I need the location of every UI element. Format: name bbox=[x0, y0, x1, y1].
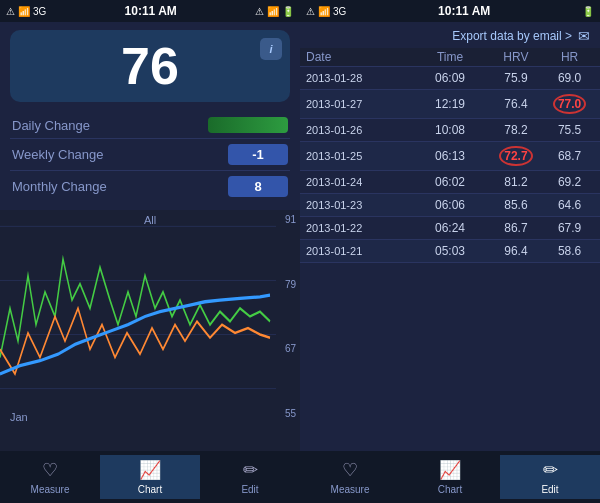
daily-change-label: Daily Change bbox=[12, 118, 90, 133]
left-nav-edit[interactable]: ✏ Edit bbox=[200, 455, 300, 499]
right-nav-edit[interactable]: ✏ Edit bbox=[500, 455, 600, 499]
left-status-right: ⚠ 📶 🔋 bbox=[255, 6, 294, 17]
table-row[interactable]: 2013-01-2806:0975.969.0 bbox=[300, 67, 600, 90]
table-row[interactable]: 2013-01-2306:0685.664.6 bbox=[300, 194, 600, 217]
info-button[interactable]: i bbox=[260, 38, 282, 60]
left-bottom-nav: ♡ Measure 📈 Chart ✏ Edit bbox=[0, 451, 300, 503]
chart-month-label: Jan bbox=[10, 411, 28, 423]
chart-y-labels: 91 79 67 55 bbox=[285, 210, 296, 423]
cell-time: 06:09 bbox=[413, 71, 486, 85]
heart-icon-right: ♡ bbox=[342, 459, 358, 481]
cell-time: 06:06 bbox=[413, 198, 486, 212]
col-header-date: Date bbox=[306, 50, 413, 64]
weekly-change-label: Weekly Change bbox=[12, 147, 104, 162]
cell-hr: 69.0 bbox=[545, 71, 594, 85]
left-nav-measure[interactable]: ♡ Measure bbox=[0, 455, 100, 499]
table-row[interactable]: 2013-01-2506:1372.768.7 bbox=[300, 142, 600, 171]
table-row[interactable]: 2013-01-2206:2486.767.9 bbox=[300, 217, 600, 240]
stats-container: Daily Change Weekly Change -1 Monthly Ch… bbox=[0, 108, 300, 206]
battery-icon-l: 🔋 bbox=[282, 6, 294, 17]
cell-hr: 77.0 bbox=[545, 94, 594, 114]
hrv-score-container: 76 i bbox=[10, 30, 290, 102]
left-status-left: ⚠ 📶 3G bbox=[6, 6, 46, 17]
cell-time: 10:08 bbox=[413, 123, 486, 137]
signal-icon-right-l: 📶 bbox=[267, 6, 279, 17]
table-row[interactable]: 2013-01-2105:0396.458.6 bbox=[300, 240, 600, 263]
email-icon[interactable]: ✉ bbox=[578, 28, 590, 44]
left-nav-chart[interactable]: 📈 Chart bbox=[100, 455, 200, 499]
table-body: 2013-01-2806:0975.969.02013-01-2712:1976… bbox=[300, 67, 600, 263]
right-nav-chart-label: Chart bbox=[438, 484, 462, 495]
left-nav-chart-label: Chart bbox=[138, 484, 162, 495]
cell-hrv: 85.6 bbox=[487, 198, 546, 212]
table-row[interactable]: 2013-01-2406:0281.269.2 bbox=[300, 171, 600, 194]
right-nav-measure-label: Measure bbox=[331, 484, 370, 495]
table-row[interactable]: 2013-01-2610:0878.275.5 bbox=[300, 119, 600, 142]
warning-icon-right-l: ⚠ bbox=[255, 6, 264, 17]
cell-time: 06:13 bbox=[413, 149, 486, 163]
cell-date: 2013-01-27 bbox=[306, 98, 413, 110]
right-nav-measure[interactable]: ♡ Measure bbox=[300, 455, 400, 499]
monthly-change-row: Monthly Change 8 bbox=[10, 171, 290, 202]
left-status-bar: ⚠ 📶 3G 10:11 AM ⚠ 📶 🔋 bbox=[0, 0, 300, 22]
right-panel: ⚠ 📶 3G 10:11 AM 🔋 Export data by email >… bbox=[300, 0, 600, 503]
warning-icon-r: ⚠ bbox=[306, 6, 315, 17]
chart-icon-left: 📈 bbox=[139, 459, 161, 481]
heart-icon-left: ♡ bbox=[42, 459, 58, 481]
y-label-55: 55 bbox=[285, 408, 296, 419]
right-nav-chart[interactable]: 📈 Chart bbox=[400, 455, 500, 499]
cell-hrv: 96.4 bbox=[487, 244, 546, 258]
battery-icon-r: 🔋 bbox=[582, 6, 594, 17]
cell-hr: 64.6 bbox=[545, 198, 594, 212]
export-link[interactable]: Export data by email > bbox=[452, 29, 572, 43]
weekly-change-value: -1 bbox=[228, 144, 288, 165]
cell-time: 06:02 bbox=[413, 175, 486, 189]
cell-date: 2013-01-28 bbox=[306, 72, 413, 84]
right-status-left: ⚠ 📶 3G bbox=[306, 6, 346, 17]
right-time: 10:11 AM bbox=[438, 4, 490, 18]
network-left: 3G bbox=[33, 6, 46, 17]
edit-icon-left: ✏ bbox=[243, 459, 258, 481]
weekly-change-row: Weekly Change -1 bbox=[10, 139, 290, 171]
col-header-time: Time bbox=[413, 50, 486, 64]
cell-hrv: 78.2 bbox=[487, 123, 546, 137]
table-row[interactable]: 2013-01-2712:1976.477.0 bbox=[300, 90, 600, 119]
edit-icon-right: ✏ bbox=[543, 459, 558, 481]
left-nav-measure-label: Measure bbox=[31, 484, 70, 495]
daily-change-value bbox=[208, 117, 288, 133]
y-label-67: 67 bbox=[285, 343, 296, 354]
y-label-79: 79 bbox=[285, 279, 296, 290]
chart-icon-right: 📈 bbox=[439, 459, 461, 481]
y-label-91: 91 bbox=[285, 214, 296, 225]
cell-hrv: 86.7 bbox=[487, 221, 546, 235]
data-table: Date Time HRV HR 2013-01-2806:0975.969.0… bbox=[300, 48, 600, 451]
cell-date: 2013-01-21 bbox=[306, 245, 413, 257]
cell-date: 2013-01-25 bbox=[306, 150, 413, 162]
col-header-hr: HR bbox=[545, 50, 594, 64]
cell-date: 2013-01-24 bbox=[306, 176, 413, 188]
export-header: Export data by email > ✉ bbox=[300, 22, 600, 48]
left-time: 10:11 AM bbox=[125, 4, 177, 18]
right-status-bar: ⚠ 📶 3G 10:11 AM 🔋 bbox=[300, 0, 600, 22]
right-nav-edit-label: Edit bbox=[541, 484, 558, 495]
table-header: Date Time HRV HR bbox=[300, 48, 600, 67]
monthly-change-value: 8 bbox=[228, 176, 288, 197]
hrv-circled: 72.7 bbox=[499, 146, 532, 166]
cell-hrv: 75.9 bbox=[487, 71, 546, 85]
cell-hr: 69.2 bbox=[545, 175, 594, 189]
cell-hrv: 72.7 bbox=[487, 146, 546, 166]
cell-hr: 68.7 bbox=[545, 149, 594, 163]
col-header-hrv: HRV bbox=[487, 50, 546, 64]
cell-time: 05:03 bbox=[413, 244, 486, 258]
cell-hrv: 76.4 bbox=[487, 97, 546, 111]
hr-circled: 77.0 bbox=[553, 94, 586, 114]
chart-area: All 91 79 67 55 Jan bbox=[0, 210, 300, 451]
daily-change-row: Daily Change bbox=[10, 112, 290, 139]
cell-hr: 58.6 bbox=[545, 244, 594, 258]
cell-time: 06:24 bbox=[413, 221, 486, 235]
right-bottom-nav: ♡ Measure 📈 Chart ✏ Edit bbox=[300, 451, 600, 503]
chart-svg bbox=[0, 210, 276, 423]
right-status-icons: 🔋 bbox=[582, 6, 594, 17]
network-r: 3G bbox=[333, 6, 346, 17]
cell-date: 2013-01-23 bbox=[306, 199, 413, 211]
